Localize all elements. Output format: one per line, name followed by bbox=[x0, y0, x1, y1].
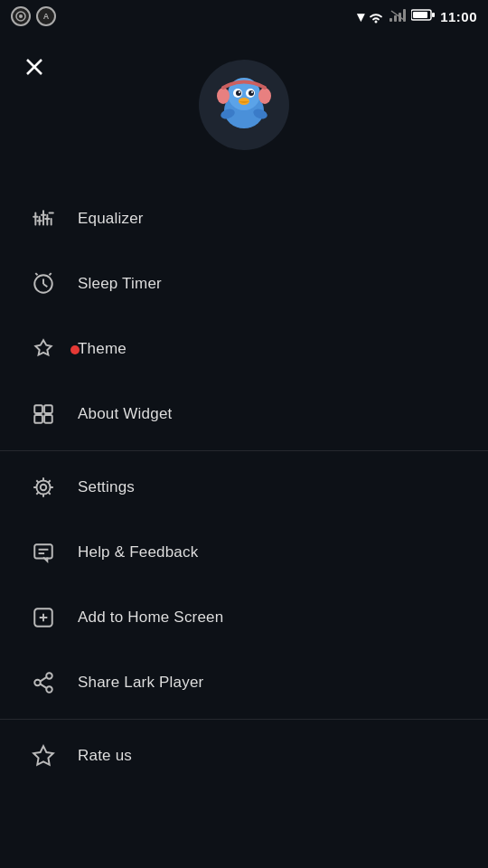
svg-line-37 bbox=[43, 284, 47, 287]
svg-rect-41 bbox=[44, 405, 52, 413]
svg-rect-40 bbox=[34, 405, 42, 413]
svg-rect-42 bbox=[34, 415, 42, 423]
svg-rect-46 bbox=[34, 544, 52, 558]
svg-line-55 bbox=[40, 677, 46, 682]
rate-icon bbox=[27, 740, 60, 772]
svg-point-18 bbox=[236, 90, 241, 96]
svg-rect-2 bbox=[389, 18, 392, 22]
svg-point-45 bbox=[36, 480, 50, 494]
app-logo-area bbox=[0, 33, 488, 186]
svg-point-54 bbox=[46, 686, 52, 693]
clock: 11:00 bbox=[440, 9, 477, 24]
battery-icon bbox=[411, 9, 435, 24]
svg-point-14 bbox=[217, 88, 230, 104]
close-button[interactable] bbox=[18, 51, 51, 83]
add-home-label: Add to Home Screen bbox=[78, 609, 223, 627]
share-icon bbox=[27, 666, 60, 699]
svg-line-38 bbox=[35, 273, 37, 275]
svg-point-15 bbox=[258, 88, 271, 104]
theme-badge bbox=[70, 345, 80, 354]
app-icon-2: A bbox=[36, 6, 56, 26]
about-widget-icon bbox=[27, 398, 60, 430]
svg-point-44 bbox=[41, 485, 47, 491]
menu-item-sleep-timer[interactable]: Sleep Timer bbox=[0, 251, 488, 316]
status-bar: A ▾ bbox=[0, 0, 488, 33]
sleep-timer-label: Sleep Timer bbox=[78, 275, 162, 293]
theme-icon bbox=[27, 333, 60, 365]
app-icon-1 bbox=[11, 6, 31, 26]
menu-item-rate-us[interactable]: Rate us bbox=[0, 723, 488, 788]
menu-item-share-lark[interactable]: Share Lark Player bbox=[0, 650, 488, 715]
svg-point-20 bbox=[239, 91, 240, 93]
signal-icon bbox=[389, 9, 406, 24]
menu-item-settings[interactable]: Settings bbox=[0, 455, 488, 520]
wifi-icon: ▾ bbox=[357, 8, 384, 25]
about-widget-label: About Widget bbox=[78, 405, 172, 423]
bird-mascot bbox=[208, 69, 280, 141]
menu-item-add-home-screen[interactable]: Add to Home Screen bbox=[0, 585, 488, 650]
svg-point-21 bbox=[251, 91, 253, 93]
menu-item-equalizer[interactable]: Equalizer bbox=[0, 186, 488, 251]
svg-point-53 bbox=[34, 680, 41, 686]
svg-rect-43 bbox=[44, 415, 52, 423]
add-home-icon bbox=[27, 601, 60, 634]
svg-line-39 bbox=[50, 273, 52, 275]
menu-item-help-feedback[interactable]: Help & Feedback bbox=[0, 520, 488, 585]
menu-item-theme[interactable]: Theme bbox=[0, 316, 488, 382]
help-feedback-label: Help & Feedback bbox=[78, 543, 198, 561]
menu-item-about-widget[interactable]: About Widget bbox=[0, 382, 488, 447]
equalizer-label: Equalizer bbox=[78, 210, 144, 228]
menu: Equalizer Sleep Timer Theme bbox=[0, 186, 488, 788]
status-left: A bbox=[11, 6, 56, 26]
svg-marker-57 bbox=[33, 746, 53, 765]
svg-point-52 bbox=[46, 673, 52, 679]
divider-1 bbox=[0, 450, 488, 451]
sleep-timer-icon bbox=[27, 268, 60, 300]
svg-point-19 bbox=[249, 90, 254, 96]
app-logo-circle bbox=[199, 60, 289, 150]
svg-rect-3 bbox=[394, 15, 397, 22]
help-feedback-icon bbox=[27, 536, 60, 569]
settings-label: Settings bbox=[78, 478, 135, 496]
equalizer-icon bbox=[27, 203, 60, 235]
settings-icon bbox=[27, 471, 60, 504]
divider-2 bbox=[0, 719, 488, 720]
svg-line-56 bbox=[40, 684, 46, 688]
share-lark-label: Share Lark Player bbox=[78, 674, 203, 692]
theme-label: Theme bbox=[78, 340, 127, 358]
rate-us-label: Rate us bbox=[78, 747, 132, 765]
svg-rect-9 bbox=[432, 13, 435, 17]
svg-point-1 bbox=[19, 14, 23, 18]
svg-rect-8 bbox=[413, 12, 427, 18]
status-right: ▾ 11:00 bbox=[357, 8, 477, 25]
svg-line-6 bbox=[391, 11, 404, 20]
